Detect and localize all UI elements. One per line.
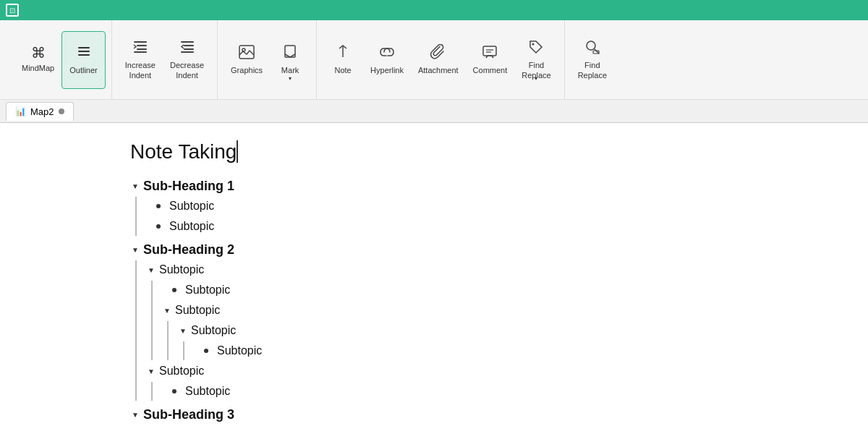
subtopic-node-row: ▼ Subtopic [146,260,868,279]
subtopic-text[interactable]: Subtopic [159,263,204,276]
svg-rect-7 [181,41,194,43]
toggle-arrow[interactable]: ▼ [130,411,140,419]
svg-rect-9 [184,48,194,50]
note-button[interactable]: Note [323,31,363,89]
list-item: ▼ Sub-Heading 1 Subtopic Subtopic [130,176,868,236]
outliner-button[interactable]: Outliner [61,31,106,89]
list-item: ▼ Subtopic Subtopic [178,321,868,360]
subtopic-text[interactable]: Subtopic [185,284,230,297]
svg-rect-0 [78,47,90,48]
tag-icon [528,39,544,57]
svg-rect-5 [137,48,147,50]
mindmap-icon: ⌘ [31,46,46,60]
svg-line-20 [595,49,599,54]
svg-rect-2 [78,54,90,56]
subtopic-text[interactable]: Subtopic [175,304,220,317]
toggle-arrow[interactable]: ▼ [162,307,172,315]
subtopic-row: Subtopic [194,341,868,360]
subtopic-text[interactable]: Subtopic [169,200,214,213]
toggle-arrow[interactable]: ▼ [178,327,188,335]
svg-rect-1 [78,51,90,52]
toggle-arrow[interactable]: ▼ [130,246,140,254]
mark-icon [282,44,298,62]
note-label: Note [334,65,351,75]
list-item: ▼ Subtopic Subtopic [146,362,868,401]
bullet-icon [172,288,176,292]
toggle-arrow[interactable]: ▼ [146,367,156,375]
graphics-label: Graphics [231,65,263,75]
svg-rect-10 [181,51,194,53]
subheading-2-text[interactable]: Sub-Heading 2 [143,242,234,258]
tag-label: Find Replace [522,60,550,81]
subtopic-row: Subtopic [162,281,868,299]
subheading-1-text[interactable]: Sub-Heading 1 [143,179,234,194]
bullet-icon [156,224,161,229]
list-item: Subtopic [162,281,868,299]
find-replace-label: FindReplace [578,60,607,81]
subtopic-deepest-children: Subtopic [183,341,868,360]
comment-button[interactable]: Comment [466,31,515,89]
subtopic-node-row: ▼ Subtopic [146,362,868,380]
graphics-group: Graphics Mark [217,20,316,99]
hyperlink-button[interactable]: Hyperlink [363,31,411,89]
tab-unsaved-dot [59,109,64,114]
bullet-icon [156,204,161,208]
toggle-arrow[interactable]: ▼ [130,182,140,190]
tab-bar: 📊 Map2 [0,100,868,123]
graphics-button[interactable]: Graphics [224,31,270,89]
note-icon [335,44,351,62]
subtopic-row: Subtopic [146,197,868,216]
subheading-3-text[interactable]: Sub-Heading 3 [143,407,234,422]
subtopic2-children: Subtopic [151,382,868,401]
toolbar: ⌘ MindMap Outliner [0,20,868,100]
svg-rect-15 [483,46,496,56]
subtopic-text[interactable]: Subtopic [169,220,214,233]
subtopic-row: Subtopic [146,217,868,236]
outliner-icon [76,44,92,62]
bullet-icon [172,389,176,393]
subtopic-node-row: ▼ Subtopic [178,321,868,340]
list-item: ▼ Subtopic Subtopic ▼ [146,260,868,360]
increase-indent-button[interactable]: IncreaseIndent [118,31,163,89]
subtopic-text[interactable]: Subtopic [217,344,262,357]
svg-point-18 [532,43,535,45]
search-group: FindReplace [564,20,620,99]
outline-root: ▼ Sub-Heading 1 Subtopic Subtopic [130,176,868,424]
find-replace-button[interactable]: FindReplace [571,31,614,89]
subheading-2-children: ▼ Subtopic Subtopic ▼ [135,260,868,401]
view-group: ⌘ MindMap Outliner [9,20,111,99]
list-item: Subtopic [146,197,868,216]
subtopic-node-row: ▼ Subtopic [162,301,868,320]
decrease-indent-button[interactable]: DecreaseIndent [163,31,211,89]
bullet-icon [204,349,208,353]
subtopic-deep-children: ▼ Subtopic Subtopic [167,321,868,360]
comment-icon [482,44,498,62]
increase-indent-icon [132,39,148,57]
svg-rect-6 [134,51,147,53]
outliner-label: Outliner [69,65,98,75]
mindmap-button[interactable]: ⌘ MindMap [14,31,61,89]
increase-indent-label: IncreaseIndent [125,60,156,81]
attachment-button[interactable]: Attachment [411,31,466,89]
tab-map2[interactable]: 📊 Map2 [6,102,74,121]
decrease-indent-icon [179,39,195,57]
subtopic-text[interactable]: Subtopic [159,365,204,378]
list-item: ▼ Subtopic ▼ Subtopic [162,301,868,360]
mark-label: Mark [281,65,299,75]
svg-rect-3 [134,41,147,43]
subtopic-text[interactable]: Subtopic [185,385,230,398]
title-bar: ⊡ [0,0,868,20]
list-item: Subtopic [162,382,868,401]
subtopic-text[interactable]: Subtopic [191,324,236,337]
hyperlink-icon [378,44,396,62]
list-item: Subtopic [194,341,868,360]
heading-1-row: ▼ Sub-Heading 1 [130,176,868,195]
mark-button[interactable]: Mark [270,31,310,89]
subtopic-children: Subtopic ▼ Subtopic ▼ [151,281,868,360]
tag-button[interactable]: Find Replace [514,31,558,89]
toggle-arrow[interactable]: ▼ [146,266,156,274]
mindmap-label: MindMap [22,63,54,73]
document-title[interactable]: Note Taking [130,140,238,163]
heading-2-row: ▼ Sub-Heading 2 [130,240,868,259]
content-area: Note Taking ▼ Sub-Heading 1 Subtopic [0,123,868,434]
